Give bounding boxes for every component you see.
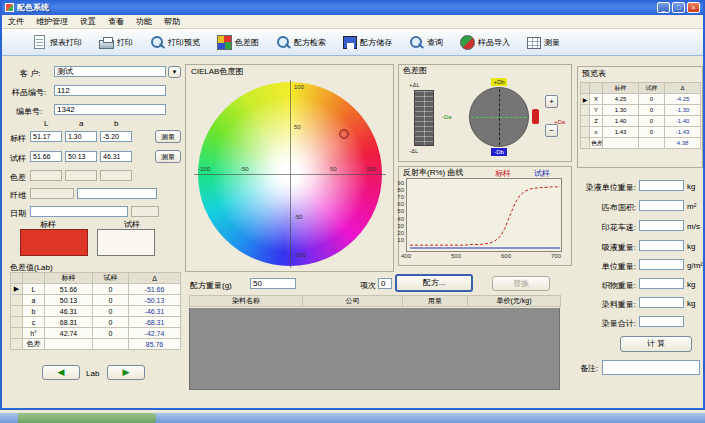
standard-measure-button[interactable]: 测量 xyxy=(155,130,181,143)
table-row[interactable]: ▶X4.250-4.25 xyxy=(581,94,701,105)
taskbar xyxy=(0,413,705,423)
menu-help[interactable]: 帮助 xyxy=(164,16,180,27)
sample-import-button[interactable]: 样品导入 xyxy=(458,34,512,51)
table-row[interactable]: 色差85.76 xyxy=(11,339,181,350)
standard-a-input[interactable] xyxy=(65,131,97,142)
trial-header: 试样 xyxy=(93,273,129,284)
seq-input[interactable] xyxy=(378,278,392,289)
fiber-code-input[interactable] xyxy=(30,188,74,199)
query-button[interactable]: 查询 xyxy=(407,34,445,51)
color-diff-map-button[interactable]: 色差图 xyxy=(215,34,261,51)
field-input-6[interactable] xyxy=(639,297,684,308)
menu-maintenance[interactable]: 维护管理 xyxy=(36,16,68,27)
start-button-area[interactable] xyxy=(18,413,156,423)
table-row[interactable]: a50.130-50.13 xyxy=(11,295,181,306)
table-row[interactable]: Y1.300-1.30 xyxy=(581,105,701,116)
diff-b-input[interactable] xyxy=(100,170,132,181)
field-input-4[interactable] xyxy=(639,259,684,270)
next-color-space-button[interactable]: ▶ xyxy=(107,365,145,380)
row-label: L xyxy=(23,284,45,295)
color-space-label: Lab xyxy=(86,369,99,378)
toolbar-label: 测量 xyxy=(544,37,560,48)
menu-settings[interactable]: 设置 xyxy=(80,16,96,27)
replace-button[interactable]: 替换 xyxy=(492,276,550,291)
report-icon xyxy=(34,35,45,49)
rowlabel-header xyxy=(23,273,45,284)
cell: 0 xyxy=(639,105,665,116)
sample-no-label: 样品编号: xyxy=(12,87,46,98)
standard-L-input[interactable] xyxy=(30,131,62,142)
formula-table-body[interactable] xyxy=(189,308,560,390)
cell: -46.31 xyxy=(129,306,181,317)
trial-b-input[interactable] xyxy=(100,151,132,162)
table-row[interactable]: Z1.400-1.40 xyxy=(581,116,701,127)
diff-a-input[interactable] xyxy=(65,170,97,181)
cell: -1.30 xyxy=(665,105,701,116)
diff-map-title: 色差图 xyxy=(401,65,429,76)
standard-b-input[interactable] xyxy=(100,131,132,142)
x-tick-label: 600 xyxy=(501,253,511,259)
field-input-5[interactable] xyxy=(639,278,684,289)
trial-row-label: 试样 xyxy=(10,153,26,164)
color-map-icon xyxy=(217,35,232,50)
formula-search-button[interactable]: 配方检索 xyxy=(274,34,328,51)
db-plus-label: +Db xyxy=(491,78,507,86)
cell: 4.25 xyxy=(603,94,639,105)
db-dashed-axis xyxy=(499,89,500,145)
trial-a-input[interactable] xyxy=(65,151,97,162)
toolbar-label: 打印 xyxy=(117,37,133,48)
row-label: 色差 xyxy=(23,339,45,350)
menu-function[interactable]: 功能 xyxy=(136,16,152,27)
table-footer-row: 色差4.38 xyxy=(581,138,701,149)
minimize-button[interactable]: _ xyxy=(657,2,670,13)
print-preview-button[interactable]: 打印预览 xyxy=(148,34,202,51)
std-header: 标样 xyxy=(45,273,93,284)
col-header-b: b xyxy=(114,119,118,128)
menu-file[interactable]: 文件 xyxy=(8,16,24,27)
table-row[interactable]: b46.310-46.31 xyxy=(11,306,181,317)
cell: 0 xyxy=(639,116,665,127)
field-input-0[interactable] xyxy=(639,180,684,191)
formula-table-header: 染料名称 公司 用量 单价(元/kg) xyxy=(189,295,561,307)
print-button[interactable]: 打印 xyxy=(97,35,135,50)
toolbar-label: 色差图 xyxy=(235,37,259,48)
x-tick-label: 700 xyxy=(551,253,561,259)
maximize-button[interactable]: □ xyxy=(672,2,685,13)
order-no-input[interactable] xyxy=(54,104,166,115)
customer-dropdown-button[interactable]: ▼ xyxy=(168,66,181,78)
toolbar-label: 配方检索 xyxy=(294,37,326,48)
date-input[interactable] xyxy=(30,206,128,217)
fiber-name-input[interactable] xyxy=(77,188,157,199)
field-input-2[interactable] xyxy=(639,220,684,231)
formula-button[interactable]: 配方... xyxy=(395,274,473,292)
note-input[interactable] xyxy=(602,360,700,375)
report-print-button[interactable]: 报表打印 xyxy=(30,34,84,50)
sample-no-input[interactable] xyxy=(54,85,166,96)
y-tick-label: 10 xyxy=(397,237,404,243)
field-unit-1: m² xyxy=(687,202,696,211)
table-row[interactable]: c68.310-68.31 xyxy=(11,317,181,328)
date-extra-input[interactable] xyxy=(131,206,159,217)
zoom-out-button[interactable]: − xyxy=(545,124,558,137)
diff-L-input[interactable] xyxy=(30,170,62,181)
customer-input[interactable] xyxy=(54,66,166,77)
import-icon xyxy=(460,35,475,50)
trial-measure-button[interactable]: 测量 xyxy=(155,150,181,163)
calculate-button[interactable]: 计 算 xyxy=(620,336,692,352)
field-input-1[interactable] xyxy=(639,200,684,211)
prev-color-space-button[interactable]: ◀ xyxy=(42,365,80,380)
menu-view[interactable]: 查看 xyxy=(108,16,124,27)
order-no-label: 编单号: xyxy=(16,106,42,117)
formula-weight-input[interactable] xyxy=(250,278,296,289)
table-row[interactable]: h°42.740-42.74 xyxy=(11,328,181,339)
trial-L-input[interactable] xyxy=(30,151,62,162)
field-input-7[interactable] xyxy=(639,316,684,327)
table-row[interactable]: x1.430-1.43 xyxy=(581,127,701,138)
field-input-3[interactable] xyxy=(639,240,684,251)
measure-tool-button[interactable]: 测量 xyxy=(525,35,562,50)
table-row[interactable]: ▶L51.660-51.66 xyxy=(11,284,181,295)
formula-save-button[interactable]: 配方储存 xyxy=(341,34,394,50)
b-axis-tick: 100 xyxy=(294,84,304,90)
close-button[interactable]: × xyxy=(687,2,700,13)
zoom-in-button[interactable]: + xyxy=(545,95,558,108)
